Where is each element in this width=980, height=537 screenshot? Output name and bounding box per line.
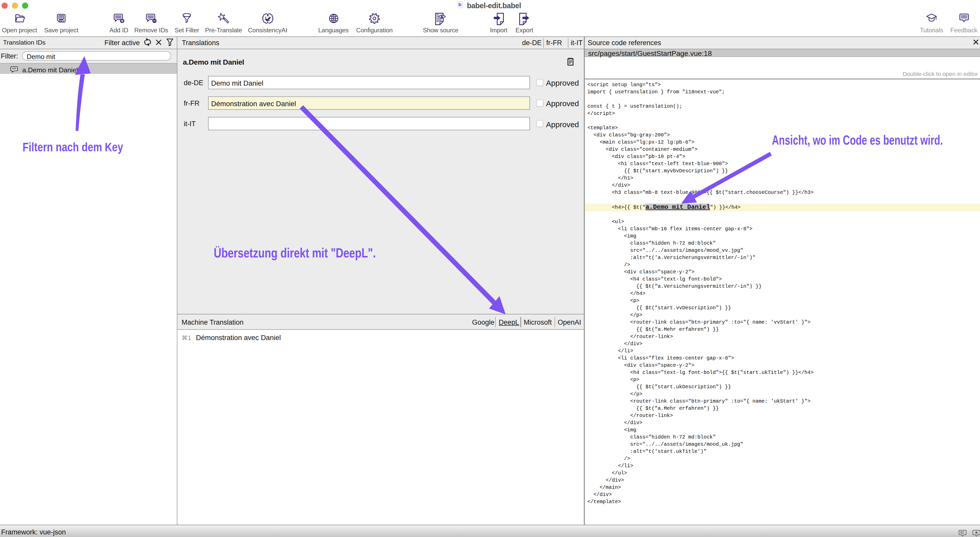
- svg-text:b: b: [458, 2, 461, 7]
